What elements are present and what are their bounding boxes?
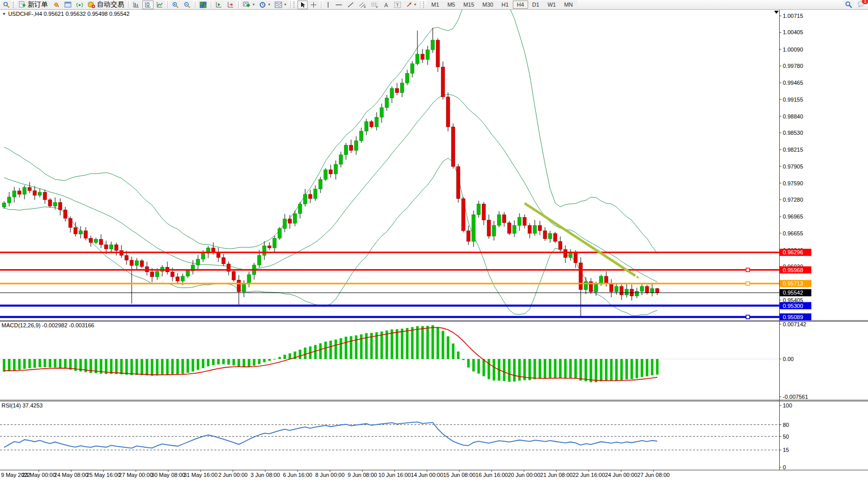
svg-text:T: T: [396, 3, 399, 8]
new-order-button[interactable]: 新订单: [17, 1, 50, 9]
autotrading-label: 自动交易: [97, 0, 124, 9]
horizontal-line-icon: [335, 2, 342, 8]
arrows-tool-button[interactable]: ▾: [404, 1, 418, 9]
svg-text:0.96655: 0.96655: [783, 230, 803, 236]
line-handle[interactable]: [746, 282, 750, 285]
svg-text:22 Jun 16:00: 22 Jun 16:00: [573, 472, 605, 478]
timeframe-button-m15[interactable]: M15: [459, 1, 478, 9]
chart-shift-button[interactable]: [225, 1, 236, 9]
toolbar-separator: [167, 1, 168, 8]
cursor-tool-button[interactable]: [297, 1, 308, 9]
dropdown-caret-icon: ▾: [284, 3, 286, 7]
signals-button[interactable]: [74, 1, 85, 9]
zoom-out-button[interactable]: [182, 1, 193, 9]
svg-text:14 Jun 00:00: 14 Jun 00:00: [411, 472, 443, 478]
svg-text:80: 80: [783, 422, 789, 428]
svg-text:0.98530: 0.98530: [783, 130, 803, 136]
macd-label: MACD(12,26,9) -0.002982 -0.003166: [2, 322, 94, 328]
bar-chart-mode-button[interactable]: [131, 1, 142, 9]
svg-text:9 Jun 08:00: 9 Jun 08:00: [348, 472, 377, 478]
svg-text:0.007142: 0.007142: [783, 321, 806, 327]
svg-text:0.99780: 0.99780: [783, 63, 803, 69]
timeframe-button-m5[interactable]: M5: [443, 1, 459, 9]
tile-windows-icon: [200, 2, 207, 8]
symbol-header[interactable]: ▼ USDCHF-,H4 0.95621 0.95632 0.95498 0.9…: [2, 11, 130, 17]
timeframe-button-h1[interactable]: H1: [498, 1, 513, 9]
price-tag-0.95542: 0.95542: [780, 289, 811, 296]
timeframe-button-mn[interactable]: MN: [560, 1, 577, 9]
svg-text:0.98840: 0.98840: [783, 113, 803, 119]
search-button[interactable]: [1, 1, 12, 9]
autotrading-icon: [88, 2, 95, 8]
line-handle[interactable]: [746, 268, 750, 272]
timeframe-button-h4[interactable]: H4: [513, 1, 528, 9]
svg-text:0.00: 0.00: [783, 356, 793, 362]
line-chart-mode-button[interactable]: [154, 1, 165, 9]
styler-button[interactable]: [51, 1, 62, 9]
crosshair-tool-button[interactable]: [308, 1, 319, 9]
auto-scroll-button[interactable]: [213, 1, 225, 9]
trendline-tool-button[interactable]: [345, 1, 356, 9]
svg-text:E: E: [364, 5, 366, 8]
equidistant-channel-icon: E: [359, 2, 366, 8]
dropdown-caret-icon: ▾: [414, 3, 416, 7]
collapse-triangle-icon: ▼: [2, 12, 6, 16]
market-watch-button[interactable]: [62, 1, 73, 9]
vertical-line-tool-button[interactable]: [324, 1, 333, 9]
chart-canvas[interactable]: 1.007151.004051.000900.997800.994650.991…: [0, 10, 868, 480]
text-icon: A: [383, 2, 389, 8]
fibonacci-tool-button[interactable]: F: [369, 1, 381, 9]
svg-text:0.97590: 0.97590: [783, 180, 803, 186]
svg-text:27 May 00:00: 27 May 00:00: [119, 472, 153, 478]
window-icon: [64, 2, 71, 8]
candle-chart-mode-button[interactable]: [142, 1, 154, 9]
line-handle[interactable]: [746, 315, 750, 319]
indicators-button[interactable]: ▾: [241, 1, 257, 9]
svg-text:30 May 08:00: 30 May 08:00: [151, 472, 185, 478]
text-label-tool-button[interactable]: T: [392, 1, 403, 9]
chat-button[interactable]: 1: [857, 1, 865, 9]
toolbar-separator: [195, 1, 195, 8]
chart-shift-icon: [227, 2, 234, 8]
zoom-in-icon: [172, 2, 179, 8]
svg-text:3 Jun 08:00: 3 Jun 08:00: [251, 472, 280, 478]
timeframe-button-d1[interactable]: D1: [528, 1, 543, 9]
autotrading-button[interactable]: 自动交易: [86, 1, 126, 9]
svg-text:0.95089: 0.95089: [783, 314, 803, 320]
periods-button[interactable]: ▾: [257, 1, 272, 9]
horizontal-line-tool-button[interactable]: [333, 1, 344, 9]
price-tag-0.95300: 0.95300: [780, 302, 811, 309]
svg-text:100: 100: [783, 402, 792, 409]
channel-tool-button[interactable]: E: [357, 1, 368, 9]
svg-text:10 Jun 16:00: 10 Jun 16:00: [379, 472, 411, 478]
search-right-button[interactable]: [843, 1, 854, 9]
svg-text:0.99155: 0.99155: [783, 97, 803, 103]
svg-text:24 Jun 00:00: 24 Jun 00:00: [605, 472, 637, 478]
zoom-in-button[interactable]: [170, 1, 181, 9]
new-order-icon: [19, 1, 26, 8]
crosshair-icon: [310, 2, 317, 8]
price-tag-0.95968: 0.95968: [780, 267, 811, 274]
templates-button[interactable]: ▾: [272, 1, 288, 9]
timeframe-button-m30[interactable]: M30: [478, 1, 497, 9]
price-tag-0.95089: 0.95089: [780, 314, 811, 321]
text-tool-button[interactable]: A: [381, 1, 391, 9]
svg-text:0.98215: 0.98215: [783, 147, 803, 153]
paint-bucket-icon: [53, 2, 60, 8]
toolbar-separator: [321, 1, 321, 8]
clock-icon: [259, 2, 266, 8]
search-icon: [3, 2, 10, 8]
tile-windows-button[interactable]: [197, 1, 209, 9]
svg-text:0: 0: [783, 464, 786, 470]
svg-text:F: F: [376, 6, 378, 8]
timeframe-button-w1[interactable]: W1: [543, 1, 560, 9]
svg-text:31 May 16:00: 31 May 16:00: [184, 472, 218, 478]
timeframe-button-m1[interactable]: M1: [427, 1, 443, 9]
symbol-ohlc-text: USDCHF-,H4 0.95621 0.95632 0.95498 0.955…: [8, 11, 130, 17]
bar-chart-icon: [133, 2, 140, 8]
trendline-icon: [347, 2, 354, 8]
arrows-icon: [406, 2, 412, 8]
toolbar-separator: [420, 1, 420, 8]
price-tag-0.95713: 0.95713: [780, 280, 811, 287]
toolbar-right: 1: [843, 1, 867, 9]
